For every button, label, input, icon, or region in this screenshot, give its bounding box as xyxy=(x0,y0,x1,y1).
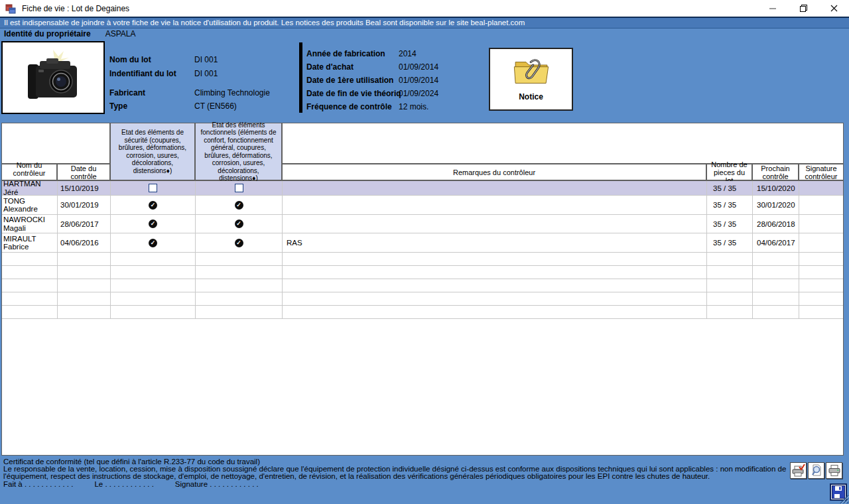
cell-security-state xyxy=(111,181,196,196)
empty-row-cell xyxy=(58,292,111,306)
cell-next: 30/01/2020 xyxy=(753,196,799,215)
empty-row-cell xyxy=(799,306,843,319)
empty-row-cell xyxy=(799,279,843,292)
empty-row-cell xyxy=(196,306,283,319)
empty-row-cell xyxy=(196,266,283,279)
table-row[interactable]: NAWROCKI Magali xyxy=(2,215,58,233)
camera-icon xyxy=(20,50,86,105)
field-label: Date de fin de vie théoriq xyxy=(306,89,399,98)
notice-button-label: Notice xyxy=(490,92,572,101)
notice-bar: Il est indispensable de joindre à votre … xyxy=(0,17,849,29)
print-preview-icon xyxy=(810,464,823,477)
table-row[interactable]: HARTMAN Jéré xyxy=(2,181,58,196)
table-row[interactable]: MIRAULT Fabrice xyxy=(2,233,58,253)
empty-row-cell xyxy=(111,266,196,279)
checked-circle-icon[interactable]: ✓ xyxy=(235,220,243,228)
cell-date: 04/06/2016 xyxy=(58,233,111,253)
empty-row-cell xyxy=(283,253,707,266)
certificate-text: Certificat de conformité (tel que défini… xyxy=(3,458,786,488)
header-functional: Etat des éléments fonctionnels (éléments… xyxy=(196,123,283,181)
empty-row-cell xyxy=(58,266,111,279)
cell-next: 15/10/2020 xyxy=(753,181,799,196)
field-value: DI 001 xyxy=(194,69,218,78)
cell-remarks xyxy=(283,181,707,196)
application-window: Fiche de vie : Lot de Degaines Il est in… xyxy=(0,0,849,504)
field-label: Fréquence de contrôle xyxy=(306,102,399,111)
info-field: Fréquence de contrôle12 mois. xyxy=(306,102,428,111)
field-value: DI 001 xyxy=(194,55,218,64)
field-label: Nom du lot xyxy=(109,55,194,64)
close-button[interactable] xyxy=(818,0,849,17)
header-name: Nom du contrôleur xyxy=(2,164,58,181)
cell-date: 28/06/2017 xyxy=(58,215,111,233)
printer-check-icon xyxy=(791,464,805,477)
empty-row-cell xyxy=(111,253,196,266)
empty-row-cell xyxy=(111,306,196,319)
cell-remarks: RAS xyxy=(283,233,707,253)
resize-grip[interactable] xyxy=(838,493,849,504)
field-label: Date d'achat xyxy=(306,62,399,72)
empty-row-cell xyxy=(707,253,753,266)
header-signature: Signature contrôleur xyxy=(799,164,843,181)
empty-row-cell xyxy=(196,279,283,292)
empty-row-cell xyxy=(753,266,799,279)
cell-functional-state: ✓ xyxy=(196,196,283,215)
info-field: Date de 1ère utilisation01/09/2014 xyxy=(306,76,438,85)
field-value: 01/09/2014 xyxy=(399,76,438,85)
empty-row-cell xyxy=(196,253,283,266)
checked-circle-icon[interactable]: ✓ xyxy=(149,220,157,228)
empty-row-cell xyxy=(707,279,753,292)
empty-row-cell xyxy=(283,266,707,279)
app-icon xyxy=(5,3,16,14)
print-button[interactable] xyxy=(826,462,842,479)
restore-button[interactable] xyxy=(788,0,818,17)
header-remarks: Remarques du contrôleur xyxy=(283,164,707,181)
info-field: TypeCT (EN566) xyxy=(109,101,237,111)
cell-remarks xyxy=(283,196,707,215)
checked-circle-icon[interactable]: ✓ xyxy=(149,201,157,210)
field-label: Année de fabrication xyxy=(306,49,399,58)
header-date: Date du contrôle xyxy=(58,164,111,181)
print-preview-button[interactable] xyxy=(808,462,824,479)
print-setup-button[interactable] xyxy=(790,462,807,479)
checked-circle-icon[interactable]: ✓ xyxy=(149,239,157,247)
table-filler xyxy=(2,319,843,455)
info-field: FabricantClimbing Technologie xyxy=(109,88,270,97)
field-value: CT (EN566) xyxy=(194,101,237,111)
photo-box[interactable] xyxy=(1,41,105,114)
info-field: Année de fabrication2014 xyxy=(306,49,417,58)
owner-label: Identité du propriétaire xyxy=(4,29,91,38)
minimize-button[interactable] xyxy=(757,0,788,17)
field-value: 01/09/2014 xyxy=(399,62,438,72)
notice-button[interactable]: Notice xyxy=(489,48,573,111)
owner-value: ASPALA xyxy=(105,29,136,38)
empty-row-cell xyxy=(111,292,196,306)
unchecked-checkbox[interactable] xyxy=(235,184,243,192)
info-field: Nom du lotDI 001 xyxy=(109,55,218,64)
minimize-icon xyxy=(769,5,777,13)
empty-row-cell xyxy=(196,292,283,306)
table-row[interactable]: TONG Alexandre xyxy=(2,196,58,215)
printer-icon xyxy=(828,464,841,477)
cell-pieces: 35 / 35 xyxy=(707,181,753,196)
empty-row-cell xyxy=(707,306,753,319)
cell-functional-state: ✓ xyxy=(196,233,283,253)
field-value: Climbing Technologie xyxy=(194,88,270,97)
checked-circle-icon[interactable]: ✓ xyxy=(235,201,243,210)
empty-row-cell xyxy=(283,292,707,306)
cell-signature xyxy=(799,215,843,233)
cell-pieces: 35 / 35 xyxy=(707,233,753,253)
empty-row-cell xyxy=(2,266,58,279)
cell-functional-state: ✓ xyxy=(196,215,283,233)
header-spacer-left xyxy=(2,123,111,164)
empty-row-cell xyxy=(58,253,111,266)
field-label: Type xyxy=(109,101,194,111)
empty-row-cell xyxy=(283,279,707,292)
empty-row-cell xyxy=(2,292,58,306)
checked-circle-icon[interactable]: ✓ xyxy=(235,239,243,247)
empty-row-cell xyxy=(111,279,196,292)
empty-row-cell xyxy=(799,292,843,306)
unchecked-checkbox[interactable] xyxy=(149,184,157,192)
empty-row-cell xyxy=(58,279,111,292)
header-pieces: Nombre de pieces du lot xyxy=(707,164,753,181)
